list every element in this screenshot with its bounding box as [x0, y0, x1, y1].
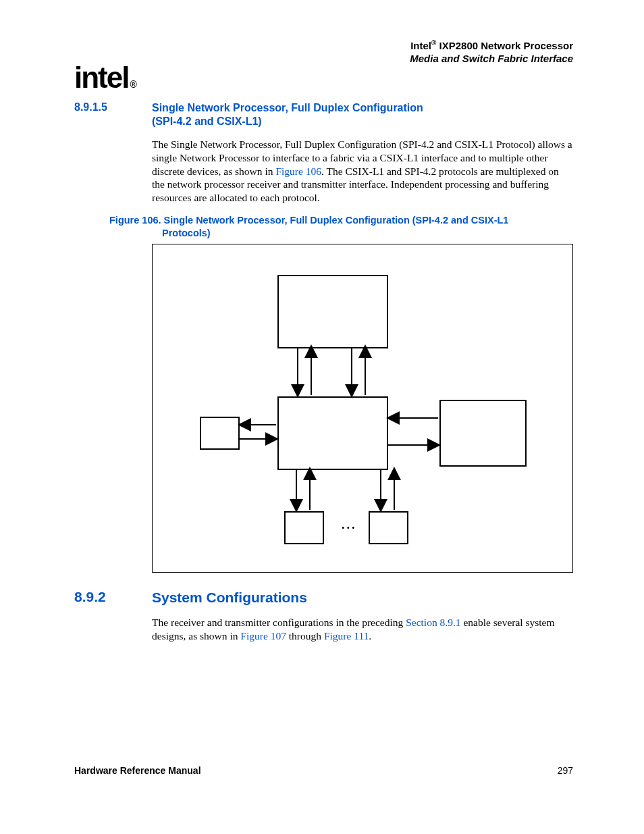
section-number: 8.9.2	[74, 589, 152, 605]
header-product: IXP2800 Network Processor	[436, 40, 573, 51]
page-number: 297	[558, 765, 573, 776]
xref-section-8-9-1[interactable]: Section 8.9.1	[406, 617, 460, 628]
figure-106-diagram: ...	[152, 244, 573, 573]
intel-logo: intel®	[74, 61, 136, 95]
section-heading-8-9-2: 8.9.2 System Configurations	[74, 589, 573, 606]
running-header: Intel® IXP2800 Network Processor Media a…	[410, 39, 573, 66]
paragraph-1: The Single Network Processor, Full Duple…	[152, 138, 573, 205]
footer-title: Hardware Reference Manual	[74, 765, 201, 776]
header-brand: Intel	[410, 40, 431, 51]
xref-figure-111[interactable]: Figure 111	[324, 630, 369, 642]
diagram-arrows	[153, 244, 572, 572]
paragraph-2: The receiver and transmitter configurati…	[152, 616, 573, 643]
header-subtitle: Media and Switch Fabric Interface	[410, 53, 573, 66]
section-title: Single Network Processor, Full Duplex Co…	[152, 101, 423, 128]
section-number: 8.9.1.5	[74, 101, 152, 113]
page-footer: Hardware Reference Manual 297	[74, 765, 573, 776]
figure-106-caption: Figure 106. Single Network Processor, Fu…	[109, 214, 573, 240]
xref-figure-106[interactable]: Figure 106	[275, 165, 321, 177]
section-title: System Configurations	[152, 589, 307, 606]
xref-figure-107[interactable]: Figure 107	[240, 630, 286, 642]
section-heading-8-9-1-5: 8.9.1.5 Single Network Processor, Full D…	[74, 101, 573, 128]
